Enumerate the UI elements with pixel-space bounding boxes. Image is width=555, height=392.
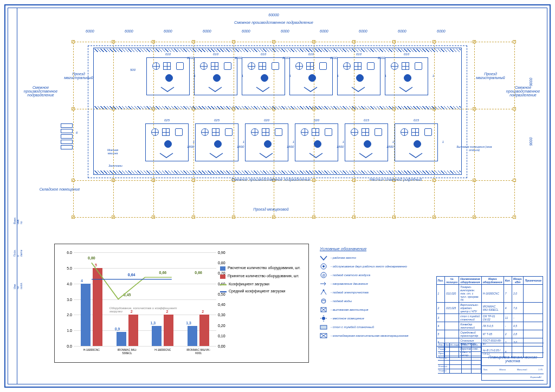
table-cell: 7 <box>504 285 512 303</box>
label-zagot: Заготовки <box>102 164 129 167</box>
tb-grid-cell: Подп. <box>462 343 472 347</box>
air-icon <box>151 128 159 136</box>
lighting-icon <box>308 74 316 82</box>
air-icon <box>301 128 308 136</box>
label-bytovye: Бытовые помещения (зона отдыха) <box>455 145 493 152</box>
dim-2000: 2000 <box>282 56 289 60</box>
symbol-label: - стол с тумбой станочный <box>331 325 374 329</box>
lighting-icon <box>164 140 172 148</box>
symbol-label: - вытяжная вентиляция <box>331 308 369 311</box>
table-cell: 4,5 <box>512 322 524 330</box>
table-cell: СМ ТР-01 Об.02 <box>481 314 504 322</box>
machine-id: 015 <box>364 119 369 122</box>
elec-icon <box>306 62 314 70</box>
vent-icon <box>275 128 282 136</box>
workplace-icon <box>160 86 175 93</box>
machine-cell: 025 1 <box>195 123 238 161</box>
tb-grid-cell: Пров. <box>438 352 444 356</box>
table-row: 3стол с тумбой станочныйСМ ТР-01 Об.0211… <box>436 314 543 322</box>
margin-text-1: Инв. № подл. <box>13 282 23 289</box>
machine-id: 010 <box>261 53 266 56</box>
tb-grid-cell: Лист <box>444 343 450 347</box>
vent-icon <box>325 128 332 136</box>
bar-label: 0,9 <box>112 327 123 331</box>
tb-grid-row: Пров. <box>438 352 481 356</box>
tb-grid-cell <box>472 352 481 356</box>
workplace-icon <box>255 86 270 93</box>
elec-icon <box>411 128 419 136</box>
machine-id: 010 <box>165 53 171 56</box>
drawing-title: Планировка механического участка <box>482 353 544 366</box>
y-left-tick: 6.0 <box>67 251 74 254</box>
lighting-icon <box>165 74 173 82</box>
table-cell: ЛК 5-0,5 <box>481 322 504 330</box>
label-proezd-mezh: Проезд межцеховой <box>190 207 352 211</box>
table-cell: 4 <box>436 322 445 330</box>
svg-rect-8 <box>320 325 327 329</box>
table-cell: 2 <box>504 330 512 338</box>
dim-1800: 1800 <box>337 145 344 148</box>
lighting-icon <box>214 140 222 148</box>
tb-grid-cell: Изм. <box>438 343 444 347</box>
tb-grid-cell <box>450 348 462 351</box>
workplace-icon <box>208 86 223 93</box>
machine-id: 015 <box>414 119 419 122</box>
dim-overall-width: 60000 <box>268 13 279 17</box>
hatch-mid <box>94 106 461 109</box>
bar-accepted <box>199 315 209 346</box>
workplace-icon <box>408 152 423 159</box>
symbol-icon <box>320 263 327 270</box>
table-row: 4Конвейер ленточныйЛК 5-0,5-4,5 <box>436 322 543 330</box>
air-icon <box>391 62 398 70</box>
svg-point-7 <box>322 317 325 320</box>
symbol-label: - рабочее место <box>331 256 356 259</box>
vent-icon <box>415 62 422 70</box>
symbol-icon <box>320 324 327 330</box>
machine-cell: 010 1 <box>337 57 380 95</box>
y-right-tick: 0,20 <box>216 323 225 327</box>
tb-grid-row: Н.контр. <box>438 365 481 369</box>
bar-computed <box>152 326 162 346</box>
air-icon <box>401 128 408 136</box>
machine-id: 010 <box>213 53 218 56</box>
symbol-row: - обслуживание двух рабочих мест одновре… <box>320 263 428 270</box>
lighting-icon <box>364 140 371 148</box>
machine-id: 010 <box>308 53 314 56</box>
bar-label: 4 <box>76 279 87 283</box>
table-cell: Вертикально-обрабат. центр с ЧПУ <box>459 303 482 314</box>
table-cell: 1 <box>436 285 445 303</box>
lighting-icon <box>264 140 272 148</box>
symbol-icon <box>320 332 327 339</box>
symbol-label: - обслуживание двух рабочих мест одновре… <box>331 265 407 268</box>
svg-point-1 <box>322 265 325 267</box>
chart-plot-area: 0.01.02.03.04.05.06.00,000,100,200,300,4… <box>74 252 216 346</box>
dim-1800: 1800 <box>287 145 294 148</box>
symbol-label: - контейнерная накопительная межоперацио… <box>331 334 408 337</box>
tb-grid-cell <box>444 365 450 369</box>
machine-cell: 015 1 <box>345 123 388 161</box>
tb-grid-cell <box>444 356 450 360</box>
table-cell <box>445 322 459 330</box>
table-header: Марка оборудования <box>481 277 504 285</box>
machine-id: 025 <box>164 119 170 122</box>
tb-grid-cell <box>450 356 462 360</box>
table-cell <box>524 322 543 330</box>
line-label: 0,66 <box>192 271 205 275</box>
machine-cell: 010 1 <box>385 57 428 95</box>
table-row: 2015,025Вертикально-обрабат. центр с ЧПУ… <box>436 303 543 314</box>
floor-plan: 60000 Смежное производственное подраздел… <box>27 15 520 215</box>
vent-icon <box>375 128 382 136</box>
workplace-icon <box>209 152 224 159</box>
symbol-label: - подвод сжатого воздуха <box>331 273 370 277</box>
elec-icon <box>163 62 171 70</box>
table-cell <box>524 303 543 314</box>
bar-computed <box>81 284 91 346</box>
tb-grid-cell: № докум. <box>450 343 462 347</box>
table-cell: - <box>504 322 512 330</box>
legend-item: Коэффициент загрузки <box>220 282 304 286</box>
table-cell: Токарно-винторезн. ток. ст. с числ. прог… <box>459 285 482 303</box>
table-cell: 7,6 <box>512 303 524 314</box>
tb-grid-cell <box>472 361 481 364</box>
workplace-icon <box>398 86 414 93</box>
table-cell: 2,8 <box>512 330 524 338</box>
